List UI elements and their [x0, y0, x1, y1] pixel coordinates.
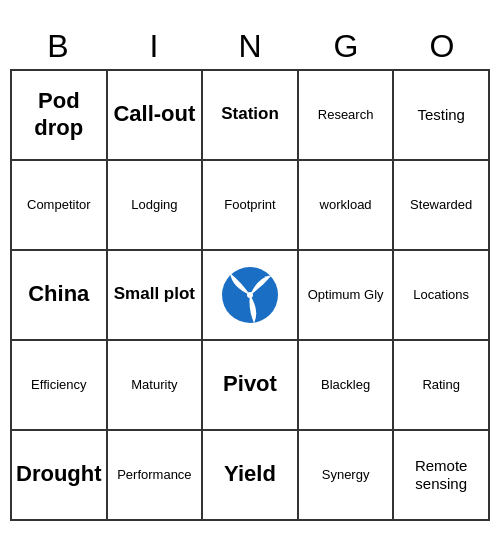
- cell-text: Station: [221, 104, 279, 124]
- header-letter: B: [10, 24, 106, 69]
- bingo-grid: Pod dropCall-outStationResearchTestingCo…: [10, 69, 490, 521]
- cell-text: China: [28, 281, 89, 307]
- cell-text: Efficiency: [31, 377, 86, 393]
- cell-text: workload: [320, 197, 372, 213]
- bingo-cell: Footprint: [203, 161, 299, 251]
- header-letter: G: [298, 24, 394, 69]
- bingo-cell: Station: [203, 71, 299, 161]
- bingo-cell: Remote sensing: [394, 431, 490, 521]
- bingo-cell: Testing: [394, 71, 490, 161]
- cell-text: Performance: [117, 467, 191, 483]
- cell-text: Footprint: [224, 197, 275, 213]
- bingo-cell: Efficiency: [12, 341, 108, 431]
- svg-point-1: [247, 292, 253, 298]
- bingo-cell: China: [12, 251, 108, 341]
- bingo-cell: Synergy: [299, 431, 395, 521]
- bingo-cell: Call-out: [108, 71, 204, 161]
- bingo-cell: Rating: [394, 341, 490, 431]
- bingo-cell: Drought: [12, 431, 108, 521]
- cell-text: Blackleg: [321, 377, 370, 393]
- cell-text: Locations: [413, 287, 469, 303]
- cell-text: Synergy: [322, 467, 370, 483]
- cell-text: Small plot: [114, 284, 195, 304]
- bingo-cell: Optimum Gly: [299, 251, 395, 341]
- cell-text: Research: [318, 107, 374, 123]
- bingo-cell: Locations: [394, 251, 490, 341]
- brand-logo: [220, 265, 280, 325]
- bingo-cell: Blackleg: [299, 341, 395, 431]
- bingo-header: BINGO: [10, 24, 490, 69]
- bingo-cell: Pod drop: [12, 71, 108, 161]
- cell-text: Pivot: [223, 371, 277, 397]
- bingo-cell: Research: [299, 71, 395, 161]
- header-letter: O: [394, 24, 490, 69]
- bingo-cell: Small plot: [108, 251, 204, 341]
- cell-text: Maturity: [131, 377, 177, 393]
- cell-text: Pod drop: [16, 88, 102, 141]
- cell-text: Lodging: [131, 197, 177, 213]
- cell-text: Drought: [16, 461, 102, 487]
- bingo-cell: Lodging: [108, 161, 204, 251]
- header-letter: N: [202, 24, 298, 69]
- bingo-cell: Competitor: [12, 161, 108, 251]
- cell-text: Remote sensing: [398, 457, 484, 493]
- cell-text: Rating: [422, 377, 460, 393]
- bingo-cell: Pivot: [203, 341, 299, 431]
- cell-text: Testing: [417, 106, 465, 124]
- cell-text: Competitor: [27, 197, 91, 213]
- bingo-cell: Yield: [203, 431, 299, 521]
- bingo-cell: workload: [299, 161, 395, 251]
- bingo-card: BINGO Pod dropCall-outStationResearchTes…: [10, 24, 490, 521]
- bingo-cell: [203, 251, 299, 341]
- header-letter: I: [106, 24, 202, 69]
- cell-text: Yield: [224, 461, 276, 487]
- bingo-cell: Maturity: [108, 341, 204, 431]
- cell-text: Call-out: [113, 101, 195, 127]
- bingo-cell: Stewarded: [394, 161, 490, 251]
- bingo-cell: Performance: [108, 431, 204, 521]
- cell-text: Optimum Gly: [308, 287, 384, 303]
- cell-text: Stewarded: [410, 197, 472, 213]
